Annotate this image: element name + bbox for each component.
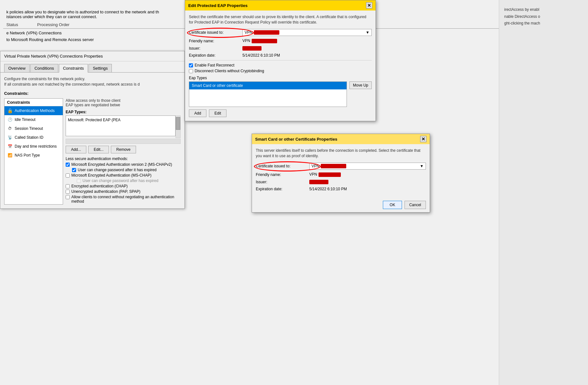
cert-issued-label: Certificate issued to: [189, 30, 240, 35]
cert-issued-row: Certificate issued to: VPN ▼ [189, 29, 372, 36]
day-icon: 📅 [7, 144, 13, 149]
smartcard-dialog-title: Smart Card or other Certificate Properti… [255, 137, 337, 142]
background-text: k policies allow you to designate who is… [0, 0, 182, 22]
sidebar-item-auth-methods[interactable]: 🔒 Authentication Methods [4, 106, 63, 115]
scrollbar-thumb[interactable] [176, 117, 180, 130]
sc-expiry-value: 5/14/2022 6:10:10 PM [309, 187, 426, 191]
eap-type-selected-item[interactable]: Smart Card or other certificate [189, 82, 347, 89]
vpn-tabs: Overview Conditions Constraints Settings [0, 61, 184, 72]
issuer-label: Issuer: [189, 46, 240, 51]
smartcard-close-button[interactable]: ✕ [420, 136, 427, 142]
checkbox-change-pw-1-input[interactable] [72, 168, 76, 172]
sc-expiry-row: Expiration date: 5/14/2022 6:10:10 PM [256, 187, 426, 191]
checkbox-pap: Unencrypted authentication (PAP, SPAP) [66, 189, 181, 194]
separator-1 [189, 60, 372, 60]
sidebar-item-idle-timeout[interactable]: 🕐 Idle Timeout [4, 115, 63, 124]
clock-icon: 🕐 [7, 117, 13, 122]
checkbox-mschap-label: Microsoft Encrypted Authentication (MS-C… [71, 173, 151, 178]
checkbox-chap-input[interactable] [66, 184, 70, 188]
sidebar-item-nas-port[interactable]: 📶 NAS Port Type [4, 151, 63, 160]
move-up-button[interactable]: Move Up [349, 81, 372, 89]
eap-scrollbar[interactable] [176, 116, 181, 138]
sc-friendly-value: VPN [309, 172, 426, 177]
eap-list-box: Microsoft: Protected EAP (PEA [66, 116, 176, 136]
sc-issuer-value [309, 179, 426, 184]
session-icon: ⏱ [7, 126, 13, 131]
vpn-content: Configure the constraints for this netwo… [0, 72, 184, 208]
sc-vpn-redacted [321, 164, 346, 168]
constraints-right: Allow access only to those client EAP ty… [66, 98, 181, 205]
eap-type-listbox: Smart Card or other certificate [189, 81, 347, 107]
issuer-value [242, 46, 372, 51]
sc-cert-dropdown[interactable]: VPN ▼ [309, 163, 426, 170]
eap-dialog-desc: Select the certificate the server should… [189, 14, 372, 25]
ok-button[interactable]: OK [383, 201, 402, 209]
checkbox-mschapv2-input[interactable] [66, 163, 70, 167]
constraints-layout: Constraints 🔒 Authentication Methods 🕐 I… [4, 98, 181, 205]
sidebar-item-called-station[interactable]: 📡 Called Station ID [4, 133, 63, 142]
checkbox-mschapv2-label: Microsoft Encrypted Authentication versi… [71, 162, 172, 167]
station-icon: 📡 [7, 135, 13, 140]
col-order-header: Processing Order [37, 22, 69, 27]
tab-settings[interactable]: Settings [89, 64, 112, 72]
eap-list-item: Microsoft: Protected EAP (PEA [67, 117, 174, 123]
smartcard-dialog: Smart Card or other Certificate Properti… [252, 134, 430, 213]
eap-buttons: Add... Edit... Remove [66, 146, 181, 153]
eap-bottom-buttons: Add Edit [189, 109, 372, 117]
sc-cert-row: Certificate issued to: VPN ▼ [256, 163, 426, 170]
sidebar-item-day-time[interactable]: 📅 Day and time restrictions [4, 142, 63, 151]
sidebar-item-session-timeout[interactable]: ⏱ Session Timeout [4, 124, 63, 133]
sc-friendly-label: Friendly name: [256, 172, 307, 177]
checkbox-change-pw-1-label: User can change password after it has ex… [78, 168, 156, 172]
checkbox-change-pw-2-input[interactable] [77, 179, 81, 183]
tab-overview[interactable]: Overview [4, 64, 30, 72]
checkbox-pap-input[interactable] [66, 190, 70, 194]
checkbox-mschap: Microsoft Encrypted Authentication (MS-C… [66, 173, 181, 178]
vpn-redacted-1 [254, 30, 279, 35]
sidebar-item-label-nas: NAS Port Type [15, 153, 40, 158]
eap-dialog-body: Select the certificate the server should… [185, 10, 376, 121]
tab-conditions[interactable]: Conditions [30, 64, 58, 72]
checkbox-no-negotiate-label: Allow clients to connect without negotia… [71, 195, 181, 204]
remove-button[interactable]: Remove [111, 146, 136, 153]
horiz-scrollbar[interactable] [66, 139, 181, 144]
eap-types-section-label: Eap Types [189, 76, 372, 80]
disconnect-clients-checkbox[interactable] [189, 69, 193, 73]
eap-edit-button[interactable]: Edit [209, 109, 226, 117]
sidebar-item-label-station: Called Station ID [15, 135, 43, 140]
cancel-button[interactable]: Cancel [405, 201, 426, 209]
edit-button[interactable]: Edit... [88, 146, 109, 153]
checkbox-change-pw-2-label: User can change password after has expir… [82, 178, 158, 183]
eap-types-label: EAP Types: [66, 110, 181, 114]
right-panel: irectAccess by enabl nable DirectAccess … [499, 0, 588, 385]
col-status-header: Status [6, 22, 18, 27]
add-button[interactable]: Add... [66, 146, 86, 153]
eap-close-button[interactable]: ✕ [366, 2, 372, 9]
checkbox-no-negotiate-input[interactable] [66, 195, 70, 199]
smartcard-dialog-body: This server identifies itself to callers… [252, 144, 430, 198]
eap-type-list: Smart Card or other certificate Move Up [189, 81, 372, 107]
checkbox-mschap-input[interactable] [66, 173, 70, 178]
friendly-name-row: Friendly name: VPN [189, 38, 372, 43]
fast-reconnect-checkbox[interactable] [189, 63, 193, 67]
expiry-label: Expiration date: [189, 53, 240, 58]
checkbox-pap-label: Unencrypted authentication (PAP, SPAP) [71, 189, 140, 194]
sc-issuer-row: Issuer: [256, 179, 426, 184]
vpn-properties-titlebar: Virtual Private Network (VPN) Connection… [0, 51, 184, 61]
vpn-properties-window: Virtual Private Network (VPN) Connection… [0, 51, 185, 209]
tab-constraints[interactable]: Constraints [59, 64, 88, 73]
vpn-redacted-fn [252, 39, 277, 43]
smartcard-footer: OK Cancel [252, 198, 430, 212]
smartcard-desc: This server identifies itself to callers… [256, 148, 426, 159]
expiry-row: Expiration date: 5/14/2022 6:10:10 PM [189, 53, 372, 58]
sidebar-item-label-auth: Authentication Methods [15, 108, 54, 113]
cert-issued-dropdown[interactable]: VPN ▼ [242, 29, 372, 36]
sc-issuer-redacted [309, 180, 328, 184]
sc-cert-label: Certificate issued to: [256, 164, 307, 168]
checkbox-chap: Encrypted authentication (CHAP) [66, 184, 181, 188]
eap-add-button[interactable]: Add [189, 109, 206, 117]
less-secure-label: Less secure authentication methods: [66, 157, 181, 161]
checkbox-mschapv2: Microsoft Encrypted Authentication versi… [66, 162, 181, 167]
sc-dropdown-arrow: ▼ [420, 164, 424, 168]
eap-dialog-titlebar: Edit Protected EAP Properties ✕ [185, 0, 376, 10]
